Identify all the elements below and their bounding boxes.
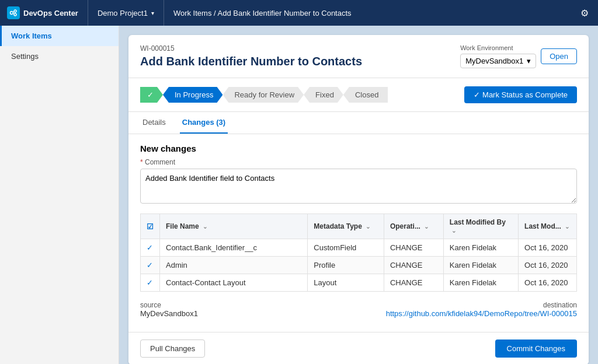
sort-by-icon: ⌄	[451, 228, 456, 234]
status-bar: ✓ In Progress Ready for Review Fixed Clo…	[128, 78, 589, 112]
row-metadata-type: CustomField	[308, 239, 384, 257]
action-buttons: Pull Changes Commit Changes	[128, 332, 589, 364]
source-block: source MyDevSandbox1	[140, 301, 198, 318]
sort-op-icon: ⌄	[424, 223, 429, 230]
table-row: ✓ Contact.Bank_Identifier__c CustomField…	[141, 239, 577, 257]
row-modified-date: Oct 16, 2020	[519, 274, 577, 292]
project-chevron-icon: ▾	[151, 10, 154, 16]
th-last-modified[interactable]: Last Mod... ⌄	[519, 214, 577, 239]
status-step-closed[interactable]: Closed	[343, 87, 388, 103]
open-button[interactable]: Open	[541, 48, 577, 64]
work-env-section: Work Environment MyDevSandbox1 ▾ Open	[460, 44, 577, 68]
comment-label: * Comment	[140, 158, 577, 166]
svg-point-2	[14, 13, 16, 16]
dest-link[interactable]: https://github.com/kfidelak94/DemoRepo/t…	[386, 309, 577, 318]
status-step-in-progress[interactable]: In Progress	[163, 87, 222, 103]
new-changes-title: New changes	[140, 144, 577, 153]
main-layout: Work Items Settings WI-000015 Add Bank I…	[0, 26, 598, 364]
sort-meta-icon: ⌄	[366, 223, 370, 230]
tabs-bar: Details Changes (3)	[128, 112, 589, 134]
app-title: DevOps Center	[23, 9, 78, 18]
th-operation[interactable]: Operati... ⌄	[384, 214, 443, 239]
row-filename: Admin	[160, 257, 308, 274]
changes-table: ☑ File Name ⌄ Metadata Type ⌄	[140, 214, 577, 292]
status-fixed-label: Fixed	[315, 90, 334, 99]
th-last-modified-by[interactable]: Last Modified By ⌄	[443, 214, 518, 239]
th-filename[interactable]: File Name ⌄	[160, 214, 308, 239]
table-body: ✓ Contact.Bank_Identifier__c CustomField…	[141, 239, 577, 292]
row-checkbox[interactable]: ✓	[141, 239, 160, 257]
row-filename: Contact-Contact Layout	[160, 274, 308, 292]
status-ready-review-label: Ready for Review	[234, 90, 294, 99]
project-name: Demo Project1	[98, 9, 148, 18]
work-env-label: Work Environment	[460, 44, 536, 51]
app-logo: DevOps Center	[7, 0, 88, 26]
tab-changes-label: Changes (3)	[182, 118, 225, 127]
sidebar-item-label: Work Items	[11, 32, 52, 40]
commit-changes-button[interactable]: Commit Changes	[495, 340, 577, 358]
sort-filename-icon: ⌄	[203, 223, 207, 230]
table-row: ✓ Admin Profile CHANGE Karen Fidelak Oct…	[141, 257, 577, 274]
row-filename: Contact.Bank_Identifier__c	[160, 239, 308, 257]
comment-required-star: *	[140, 158, 145, 166]
source-label: source	[140, 301, 198, 309]
project-selector[interactable]: Demo Project1 ▾	[88, 0, 164, 26]
row-metadata-type: Profile	[308, 257, 384, 274]
work-env-value: MyDevSandbox1	[465, 57, 523, 65]
work-item-header: WI-000015 Add Bank Identifier Number to …	[128, 35, 589, 78]
row-checkbox[interactable]: ✓	[141, 274, 160, 292]
status-step-ready-review[interactable]: Ready for Review	[222, 87, 304, 103]
logo-icon	[7, 6, 20, 19]
dest-label: destination	[386, 301, 577, 309]
svg-point-1	[14, 10, 16, 12]
row-operation: CHANGE	[384, 274, 443, 292]
tab-details[interactable]: Details	[140, 112, 168, 134]
work-item-card: WI-000015 Add Bank Identifier Number to …	[128, 35, 589, 364]
status-closed-label: Closed	[355, 90, 378, 99]
row-modified-date: Oct 16, 2020	[519, 257, 577, 274]
row-modified-date: Oct 16, 2020	[519, 239, 577, 257]
row-metadata-type: Layout	[308, 274, 384, 292]
row-modified-by: Karen Fidelak	[443, 274, 518, 292]
th-metadata-type[interactable]: Metadata Type ⌄	[308, 214, 384, 239]
svg-point-0	[11, 12, 13, 15]
header-checkbox-icon[interactable]: ☑	[147, 222, 154, 231]
work-env-selector[interactable]: MyDevSandbox1 ▾	[460, 54, 536, 68]
status-step-fixed[interactable]: Fixed	[304, 87, 343, 103]
sort-date-icon: ⌄	[565, 223, 569, 230]
top-nav: DevOps Center Demo Project1 ▾ Work Items…	[0, 0, 598, 26]
row-operation: CHANGE	[384, 257, 443, 274]
env-chevron-icon: ▾	[527, 57, 531, 65]
mark-complete-button[interactable]: ✓ Mark Status as Complete	[464, 86, 577, 103]
work-item-title: Add Bank Identifier Number to Contacts	[140, 55, 362, 68]
row-modified-by: Karen Fidelak	[443, 257, 518, 274]
sidebar-item-work-items[interactable]: Work Items	[0, 26, 119, 46]
table-header-row: ☑ File Name ⌄ Metadata Type ⌄	[141, 214, 577, 239]
work-env-block: Work Environment MyDevSandbox1 ▾	[460, 44, 536, 68]
sidebar-item-label: Settings	[11, 52, 39, 61]
comment-textarea[interactable]: Added Bank Identifier field to Contacts	[140, 169, 577, 204]
comment-label-text: Comment	[145, 158, 175, 166]
row-operation: CHANGE	[384, 239, 443, 257]
row-modified-by: Karen Fidelak	[443, 239, 518, 257]
tab-details-label: Details	[142, 118, 166, 127]
table-row: ✓ Contact-Contact Layout Layout CHANGE K…	[141, 274, 577, 292]
changes-content: New changes * Comment Added Bank Identif…	[128, 134, 589, 332]
sidebar: Work Items Settings	[0, 26, 119, 364]
tab-changes[interactable]: Changes (3)	[180, 112, 228, 134]
status-step-completed[interactable]: ✓	[140, 87, 163, 103]
work-item-id: WI-000015	[140, 44, 362, 52]
completed-check-icon: ✓	[147, 90, 154, 99]
sidebar-item-settings[interactable]: Settings	[0, 46, 119, 66]
pull-changes-button[interactable]: Pull Changes	[140, 340, 205, 358]
th-checkbox: ☑	[141, 214, 160, 239]
status-in-progress-label: In Progress	[175, 90, 213, 99]
row-checkbox[interactable]: ✓	[141, 257, 160, 274]
content-area: WI-000015 Add Bank Identifier Number to …	[119, 26, 598, 364]
breadcrumb: Work Items / Add Bank Identifier Number …	[164, 9, 578, 18]
source-dest-section: source MyDevSandbox1 destination https:/…	[140, 299, 577, 323]
work-item-title-block: WI-000015 Add Bank Identifier Number to …	[140, 44, 362, 68]
dest-block: destination https://github.com/kfidelak9…	[386, 301, 577, 318]
settings-gear-icon[interactable]: ⚙	[578, 5, 591, 21]
source-value: MyDevSandbox1	[140, 309, 198, 318]
